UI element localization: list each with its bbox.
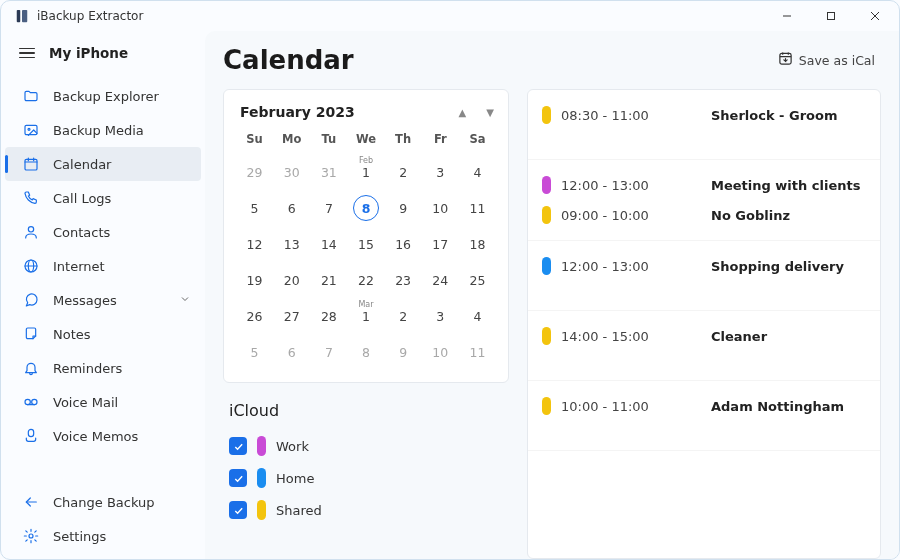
calendar-next-button[interactable]: ▼ bbox=[486, 107, 494, 118]
calendar-day-cell[interactable]: 12 bbox=[236, 226, 273, 262]
calendar-day-cell[interactable]: 2 bbox=[385, 298, 422, 334]
sidebar-item-label: Calendar bbox=[53, 157, 111, 172]
calendar-prev-button[interactable]: ▲ bbox=[459, 107, 467, 118]
calendar-grid: SuMoTuWeThFrSa293031Feb12345678910111213… bbox=[236, 132, 496, 370]
sidebar-item-change-backup[interactable]: Change Backup bbox=[5, 485, 201, 519]
calendar-day-cell[interactable]: 7 bbox=[310, 190, 347, 226]
save-as-ical-button[interactable]: Save as iCal bbox=[772, 47, 881, 73]
sidebar-item-label: Reminders bbox=[53, 361, 122, 376]
calendar-day-cell[interactable]: 23 bbox=[385, 262, 422, 298]
event-row[interactable]: 12:00 - 13:00Meeting with clients bbox=[528, 170, 880, 200]
calendar-day-cell[interactable]: 11 bbox=[459, 190, 496, 226]
event-row[interactable]: 09:00 - 10:00No Goblinz bbox=[528, 200, 880, 230]
calendar-day-cell[interactable]: 30 bbox=[273, 154, 310, 190]
calendar-day-cell[interactable]: 10 bbox=[422, 334, 459, 370]
calendar-day-cell[interactable]: 19 bbox=[236, 262, 273, 298]
sidebar-item-voice-memos[interactable]: Voice Memos bbox=[5, 419, 201, 453]
calendar-day-number: 15 bbox=[358, 237, 374, 252]
event-row[interactable]: 14:00 - 15:00Cleaner bbox=[528, 321, 880, 351]
note-icon bbox=[23, 326, 39, 342]
calendar-day-number: 8 bbox=[362, 345, 370, 360]
calendar-day-cell[interactable]: 13 bbox=[273, 226, 310, 262]
event-day-block: 12:00 - 13:00Meeting with clients09:00 -… bbox=[528, 160, 880, 241]
calendar-day-cell[interactable]: 8 bbox=[347, 334, 384, 370]
events-list[interactable]: 08:30 - 11:00Sherlock - Groom12:00 - 13:… bbox=[527, 89, 881, 559]
event-day-block: 10:00 - 11:00Adam Nottingham bbox=[528, 381, 880, 451]
calendar-day-cell[interactable]: Feb1 bbox=[347, 154, 384, 190]
calendar-day-cell[interactable]: 9 bbox=[385, 334, 422, 370]
calendar-day-number: 20 bbox=[284, 273, 300, 288]
calendar-day-number: 21 bbox=[321, 273, 337, 288]
hamburger-icon[interactable] bbox=[19, 48, 35, 59]
sidebar-item-settings[interactable]: Settings bbox=[5, 519, 201, 553]
event-row[interactable]: 12:00 - 13:00Shopping delivery bbox=[528, 251, 880, 281]
bell-icon bbox=[23, 360, 39, 376]
calendar-day-cell[interactable]: 6 bbox=[273, 334, 310, 370]
calendar-day-number: 19 bbox=[247, 273, 263, 288]
calendar-day-number: 9 bbox=[399, 201, 407, 216]
calendar-month-label: February 2023 bbox=[240, 104, 355, 120]
sidebar-item-voice-mail[interactable]: Voice Mail bbox=[5, 385, 201, 419]
sidebar-item-messages[interactable]: Messages bbox=[5, 283, 201, 317]
window-maximize-button[interactable] bbox=[809, 2, 853, 30]
calendar-day-cell[interactable]: 31 bbox=[310, 154, 347, 190]
calendar-day-cell[interactable]: 4 bbox=[459, 154, 496, 190]
calendar-day-cell[interactable]: 25 bbox=[459, 262, 496, 298]
calendar-toggle-home[interactable]: Home bbox=[229, 462, 503, 494]
calendar-day-cell[interactable]: 4 bbox=[459, 298, 496, 334]
calendar-day-number: 10 bbox=[432, 345, 448, 360]
calendar-day-number: 25 bbox=[469, 273, 485, 288]
svg-rect-0 bbox=[17, 10, 21, 22]
calendar-day-cell[interactable]: 2 bbox=[385, 154, 422, 190]
sidebar-item-call-logs[interactable]: Call Logs bbox=[5, 181, 201, 215]
calendar-name: Work bbox=[276, 439, 309, 454]
sidebar-item-backup-media[interactable]: Backup Media bbox=[5, 113, 201, 147]
calendar-day-cell[interactable]: 17 bbox=[422, 226, 459, 262]
window-close-button[interactable] bbox=[853, 2, 897, 30]
calendar-day-cell[interactable]: 29 bbox=[236, 154, 273, 190]
calendar-day-cell[interactable]: 15 bbox=[347, 226, 384, 262]
calendar-day-cell[interactable]: 27 bbox=[273, 298, 310, 334]
calendar-day-cell[interactable]: 10 bbox=[422, 190, 459, 226]
calendar-day-cell[interactable]: 8 bbox=[347, 190, 384, 226]
calendar-day-cell[interactable]: 6 bbox=[273, 190, 310, 226]
sidebar-item-label: Backup Explorer bbox=[53, 89, 159, 104]
sidebar-item-backup-explorer[interactable]: Backup Explorer bbox=[5, 79, 201, 113]
calendar-day-cell[interactable]: 11 bbox=[459, 334, 496, 370]
calendar-day-cell[interactable]: 22 bbox=[347, 262, 384, 298]
calendar-day-cell[interactable]: 16 bbox=[385, 226, 422, 262]
calendar-day-number: 12 bbox=[247, 237, 263, 252]
window-minimize-button[interactable] bbox=[765, 2, 809, 30]
calendar-day-cell[interactable]: 24 bbox=[422, 262, 459, 298]
calendar-day-cell[interactable]: 21 bbox=[310, 262, 347, 298]
calendar-day-cell[interactable]: 7 bbox=[310, 334, 347, 370]
event-row[interactable]: 08:30 - 11:00Sherlock - Groom bbox=[528, 100, 880, 130]
sidebar-item-calendar[interactable]: Calendar bbox=[5, 147, 201, 181]
sidebar-item-internet[interactable]: Internet bbox=[5, 249, 201, 283]
calendar-toggle-shared[interactable]: Shared bbox=[229, 494, 503, 526]
event-row[interactable]: 10:00 - 11:00Adam Nottingham bbox=[528, 391, 880, 421]
calendar-day-cell[interactable]: 28 bbox=[310, 298, 347, 334]
event-day-block: 12:00 - 13:00Shopping delivery bbox=[528, 241, 880, 311]
sidebar-item-contacts[interactable]: Contacts bbox=[5, 215, 201, 249]
sidebar-item-label: Contacts bbox=[53, 225, 110, 240]
calendar-day-number: 3 bbox=[436, 165, 444, 180]
sidebar-item-reminders[interactable]: Reminders bbox=[5, 351, 201, 385]
calendar-day-cell[interactable]: 9 bbox=[385, 190, 422, 226]
calendar-day-number: 7 bbox=[325, 201, 333, 216]
mic-icon bbox=[23, 428, 39, 444]
calendar-day-cell[interactable]: 5 bbox=[236, 190, 273, 226]
calendar-day-cell[interactable]: 18 bbox=[459, 226, 496, 262]
calendar-day-cell[interactable]: 3 bbox=[422, 154, 459, 190]
calendar-day-number: 4 bbox=[473, 309, 481, 324]
calendar-day-cell[interactable]: 14 bbox=[310, 226, 347, 262]
calendar-day-number: 6 bbox=[288, 201, 296, 216]
folder-icon bbox=[23, 88, 39, 104]
calendar-day-cell[interactable]: 5 bbox=[236, 334, 273, 370]
calendar-day-cell[interactable]: 20 bbox=[273, 262, 310, 298]
sidebar-item-notes[interactable]: Notes bbox=[5, 317, 201, 351]
calendar-toggle-work[interactable]: Work bbox=[229, 430, 503, 462]
calendar-day-cell[interactable]: Mar1 bbox=[347, 298, 384, 334]
calendar-day-cell[interactable]: 3 bbox=[422, 298, 459, 334]
calendar-day-cell[interactable]: 26 bbox=[236, 298, 273, 334]
